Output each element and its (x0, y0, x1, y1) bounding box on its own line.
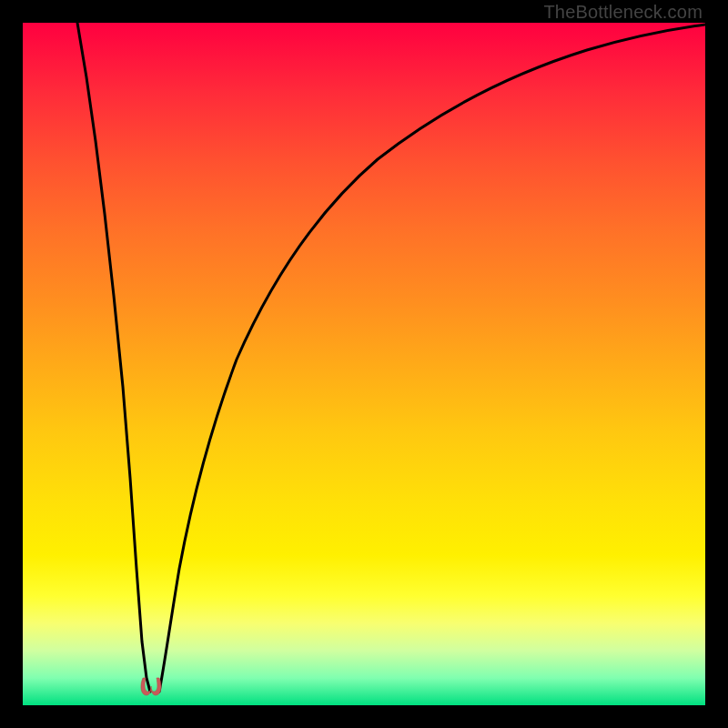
bottleneck-curve (23, 23, 705, 705)
curve-left-branch (77, 23, 150, 692)
optimal-marker-icon (139, 676, 163, 696)
watermark-text: TheBottleneck.com (543, 2, 703, 23)
curve-right-branch (159, 25, 705, 692)
chart-plot-area (23, 23, 705, 705)
